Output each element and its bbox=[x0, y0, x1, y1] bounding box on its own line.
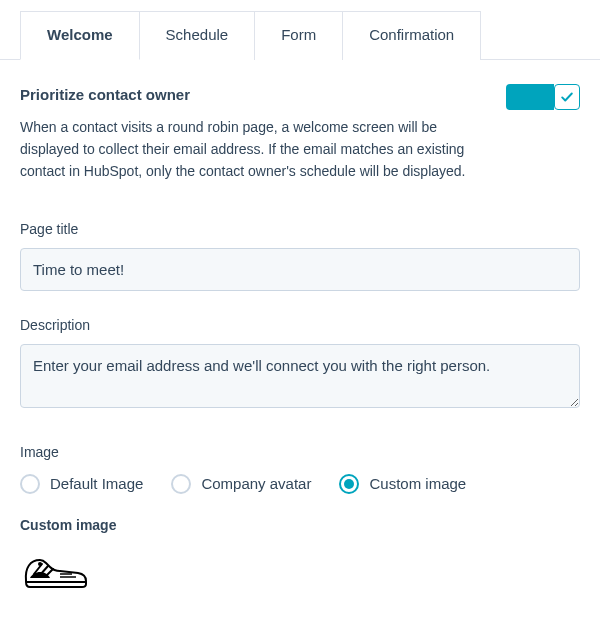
prioritize-description: When a contact visits a round robin page… bbox=[20, 116, 500, 183]
tab-form[interactable]: Form bbox=[254, 11, 343, 60]
image-label: Image bbox=[20, 442, 580, 463]
tabs: Welcome Schedule Form Confirmation bbox=[0, 0, 600, 60]
svg-point-0 bbox=[38, 562, 42, 566]
sneaker-icon bbox=[20, 550, 90, 592]
description-textarea[interactable] bbox=[20, 344, 580, 408]
image-radio-group: Default Image Company avatar Custom imag… bbox=[20, 473, 580, 496]
page-title-label: Page title bbox=[20, 219, 580, 240]
radio-icon bbox=[20, 474, 40, 494]
radio-label: Custom image bbox=[369, 473, 466, 496]
radio-custom-image[interactable]: Custom image bbox=[339, 473, 466, 496]
custom-image-preview[interactable] bbox=[20, 550, 580, 598]
tab-welcome[interactable]: Welcome bbox=[20, 11, 140, 60]
radio-icon-selected bbox=[339, 474, 359, 494]
tab-confirmation[interactable]: Confirmation bbox=[342, 11, 481, 60]
radio-default-image[interactable]: Default Image bbox=[20, 473, 143, 496]
tab-content: Prioritize contact owner When a contact … bbox=[0, 60, 600, 620]
page-title-input[interactable] bbox=[20, 248, 580, 291]
custom-image-label: Custom image bbox=[20, 515, 580, 536]
prioritize-toggle[interactable] bbox=[506, 84, 580, 110]
description-label: Description bbox=[20, 315, 580, 336]
radio-label: Default Image bbox=[50, 473, 143, 496]
radio-icon bbox=[171, 474, 191, 494]
radio-company-avatar[interactable]: Company avatar bbox=[171, 473, 311, 496]
tab-schedule[interactable]: Schedule bbox=[139, 11, 256, 60]
check-icon bbox=[554, 84, 580, 110]
prioritize-title: Prioritize contact owner bbox=[20, 84, 190, 107]
radio-label: Company avatar bbox=[201, 473, 311, 496]
